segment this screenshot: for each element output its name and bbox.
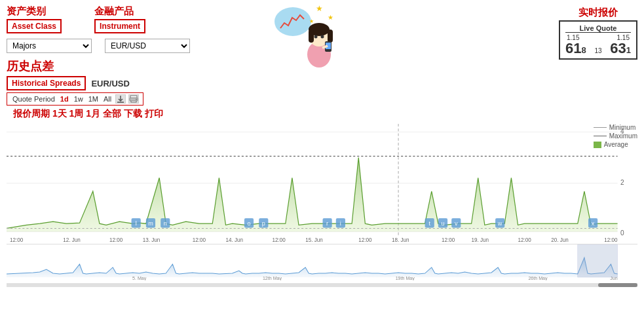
svg-point-20 [136, 99, 137, 100]
period-row-cn: 报价周期 1天 1周 1月 全部 下载 打印 [7, 107, 637, 121]
svg-text:2: 2 [620, 179, 624, 186]
live-quote-section: 实时报价 Live Quote 1.15 1.15 618 13 631 [559, 7, 637, 60]
svg-text:12:00: 12:00 [604, 237, 618, 242]
svg-text:12:00: 12:00 [193, 237, 206, 242]
svg-text:20. Jun: 20. Jun [551, 237, 569, 242]
svg-text:12:00: 12:00 [358, 237, 372, 242]
svg-text:m: m [148, 220, 153, 227]
live-quote-label: Live Quote [565, 24, 631, 33]
period-all[interactable]: All [101, 95, 114, 103]
print-icon[interactable] [128, 94, 139, 104]
historical-spreads-button[interactable]: Historical Spreads [7, 76, 86, 90]
asset-class-label-cn: 资产类别 [7, 5, 62, 18]
svg-rect-8 [328, 29, 333, 43]
svg-text:13. Jun: 13. Jun [143, 237, 161, 242]
bid-big: 61 [565, 41, 581, 56]
instrument-button[interactable]: Instrument [94, 19, 145, 33]
svg-point-10 [320, 35, 324, 39]
svg-point-9 [314, 35, 317, 39]
svg-rect-7 [309, 29, 314, 43]
live-quote-box: Live Quote 1.15 1.15 618 13 631 [559, 20, 637, 60]
live-quote-cn-label: 实时报价 [559, 7, 637, 19]
chart-legend: Minimum Maximum Average [594, 124, 637, 148]
svg-line-13 [322, 46, 328, 48]
quote-period-label: Quote Period [10, 95, 58, 103]
instrument-dropdown[interactable]: EUR/USD GBP/USD USD/JPY [105, 39, 190, 53]
mini-chart-svg: 5. May 12th May 19th May 26th May Jun [7, 244, 637, 281]
ask-big: 63 [610, 41, 626, 56]
svg-text:v: v [455, 220, 458, 227]
svg-text:12:00: 12:00 [518, 237, 532, 242]
svg-text:n: n [164, 220, 167, 227]
svg-text:12:00: 12:00 [10, 237, 24, 242]
svg-text:18. Jun: 18. Jun [392, 237, 409, 242]
svg-text:r: r [326, 220, 328, 227]
svg-text:p: p [262, 220, 265, 227]
svg-text:12:00: 12:00 [442, 237, 455, 242]
mid-value: 13 [594, 47, 601, 54]
svg-text:x: x [592, 220, 595, 227]
svg-text:★: ★ [309, 18, 314, 24]
legend-average: Average [604, 141, 628, 148]
ask-small: 1 [626, 45, 631, 55]
svg-text:★: ★ [328, 14, 333, 21]
svg-text:5. May: 5. May [132, 276, 147, 281]
svg-text:u: u [441, 220, 444, 227]
period-1w[interactable]: 1w [71, 95, 86, 103]
svg-text:o: o [247, 220, 250, 227]
svg-text:19. Jun: 19. Jun [472, 237, 489, 242]
svg-text:15. Jun: 15. Jun [305, 237, 323, 242]
svg-text:14. Jun: 14. Jun [226, 237, 244, 242]
svg-text:l: l [136, 220, 137, 227]
asset-class-button[interactable]: Asset Class [7, 19, 62, 33]
svg-text:12:00: 12:00 [109, 237, 123, 242]
spreads-pair: EUR/USD [91, 79, 130, 88]
mini-chart: 5. May 12th May 19th May 26th May Jun [7, 244, 637, 280]
main-chart: 4 2 0 l m n o [7, 124, 637, 242]
svg-text:w: w [497, 220, 502, 227]
svg-text:26th May: 26th May [528, 276, 548, 281]
bid-small: 8 [581, 45, 586, 55]
svg-text:i: i [340, 220, 341, 227]
svg-text:12. Jun: 12. Jun [63, 237, 81, 242]
download-icon[interactable] [115, 94, 126, 104]
asset-class-dropdown[interactable]: Majors Minors Exotics [7, 39, 92, 53]
character-illustration: ★ ★ ★ [270, 3, 349, 69]
svg-text:★: ★ [316, 4, 323, 13]
period-row: Quote Period 1d 1w 1M All [7, 92, 143, 106]
svg-text:12th May: 12th May [263, 276, 282, 281]
instrument-label-cn: 金融产品 [94, 5, 145, 18]
svg-text:t: t [428, 220, 430, 227]
svg-text:0: 0 [620, 229, 624, 237]
svg-text:19th May: 19th May [396, 276, 415, 281]
period-1m[interactable]: 1M [86, 95, 101, 103]
svg-text:12:00: 12:00 [272, 237, 286, 242]
svg-rect-74 [578, 244, 618, 277]
period-1d[interactable]: 1d [58, 95, 71, 103]
svg-point-0 [275, 7, 311, 36]
legend-maximum: Maximum [609, 132, 637, 140]
legend-minimum: Minimum [609, 124, 636, 131]
lq-prices: 618 13 631 [565, 41, 631, 56]
